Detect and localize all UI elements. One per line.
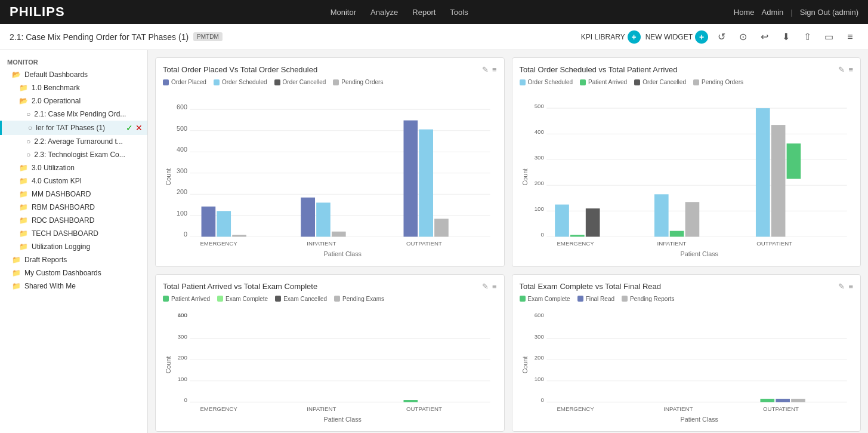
svg-text:200: 200 [534,354,543,361]
legend-dot [622,296,628,302]
legend-item-pending-reports: Pending Reports [622,296,675,302]
nav-analyze[interactable]: Analyze [370,8,398,17]
menu-icon[interactable]: ≡ [842,29,858,45]
legend-label: Final Read [586,296,614,302]
chart-widget-1: Total Order Placed Vs Total Order Schedu… [155,57,505,267]
sidebar-item-rdc-dashboard[interactable]: 📁 RDC DASHBOARD [0,214,147,227]
nav-signout[interactable]: Sign Out (admin) [800,8,858,17]
folder-icon: 📁 [19,242,28,251]
nav-admin[interactable]: Admin [761,8,783,17]
bar [202,207,216,237]
x-label: INPATIENT [307,240,336,247]
legend-dot [275,296,281,302]
bar [791,399,805,402]
sidebar-item-mm-dashboard[interactable]: 📁 MM DASHBOARD [0,188,147,201]
confirm-edit-icon[interactable]: ✓ [126,123,133,133]
legend-dot [520,79,526,85]
back-icon[interactable]: ↩ [756,29,773,45]
legend-item-pending-exams: Pending Exams [334,296,384,302]
kpi-library-add-icon[interactable]: + [628,30,641,44]
chart3-actions: ✎ ≡ [482,282,497,291]
cancel-edit-icon[interactable]: ✕ [135,123,143,133]
bar [685,202,699,237]
sidebar-item-label: Shared With Me [24,282,143,290]
x-label: OUTPATIENT [763,406,799,412]
sidebar-item-utilization-logging[interactable]: 📁 Utilization Logging [0,240,147,253]
dot-icon: ○ [28,124,32,132]
dot-icon: ○ [26,137,30,146]
x-label: OUTPATIENT [756,240,792,247]
sidebar-item-shared-with-me[interactable]: 📁 Shared With Me [0,280,147,293]
kpi-library-button[interactable]: KPI LIBRARY + [581,30,641,44]
chart4-title: Total Exam Complete vs Total Final Read [520,282,661,291]
chart3-edit-icon[interactable]: ✎ [482,282,489,291]
sidebar-item-tech-dashboard[interactable]: 📁 TECH DASHBOARD [0,227,147,240]
legend-item-exam-complete: Exam Complete [217,296,268,302]
svg-text:200: 200 [177,188,187,195]
refresh-icon[interactable]: ↺ [713,29,730,45]
chart4-edit-icon[interactable]: ✎ [838,282,845,291]
chart4-actions: ✎ ≡ [838,282,853,291]
new-widget-add-icon[interactable]: + [695,30,708,44]
folder-icon: 📁 [19,190,28,198]
sidebar-item-default-dashboards[interactable]: 📂 Default Dashboards [0,68,147,81]
chart4-svg: Count 0 100 200 300 600 EMERGENCY INPATI… [520,307,854,423]
sidebar-item-avg-turnaround[interactable]: ○ 2.2: Average Turnaround t... [0,135,147,148]
chart1-header: Total Order Placed Vs Total Order Schedu… [163,65,497,74]
chart4-menu-icon[interactable]: ≡ [848,282,853,291]
settings-icon[interactable]: ⊙ [734,29,751,45]
legend-label: Pending Orders [702,79,743,85]
bar [434,219,449,237]
folder-icon: 📁 [12,282,21,290]
chart2-edit-icon[interactable]: ✎ [838,65,845,74]
chart4-legend: Exam Complete Final Read Pending Reports [520,296,854,302]
chart3-menu-icon[interactable]: ≡ [492,282,497,291]
nav-monitor[interactable]: Monitor [330,8,356,17]
chart2-menu-icon[interactable]: ≡ [848,65,853,74]
sidebar: MONITOR 📂 Default Dashboards 📁 1.0 Bench… [0,50,148,433]
sidebar-item-my-custom-dashboards[interactable]: 📁 My Custom Dashboards [0,266,147,280]
bar [786,143,801,179]
sidebar-item-editing[interactable]: ○ ler for TAT Phases (1) ✓ ✕ [0,121,147,135]
sidebar-item-label: 4.0 Custom KPI [32,177,143,185]
breadcrumb-left: 2.1: Case Mix Pending Order for TAT Phas… [10,32,223,42]
legend-item-final-read: Final Read [577,296,614,302]
sidebar-item-utilization[interactable]: 📁 3.0 Utilization [0,161,147,174]
sidebar-item-case-mix[interactable]: ○ 2.1: Case Mix Pending Ord... [0,108,147,121]
sidebar-item-label: Utilization Logging [32,242,143,251]
legend-item-pending-orders: Pending Orders [693,79,743,85]
chart1-menu-icon[interactable]: ≡ [492,65,497,74]
bar [332,232,346,237]
share-icon[interactable]: ⇧ [799,29,816,45]
chart3-header: Total Patient Arrived vs Total Exam Comp… [163,282,497,291]
sidebar-item-benchmark[interactable]: 📁 1.0 Benchmark [0,81,147,94]
chart1-edit-icon[interactable]: ✎ [482,65,489,74]
nav-home[interactable]: Home [734,8,755,17]
sidebar-item-label: MM DASHBOARD [32,190,143,198]
legend-item-patient-arrived: Patient Arrived [163,296,210,302]
legend-dot [214,79,220,85]
svg-text:500: 500 [534,103,543,109]
bar [669,231,684,237]
new-widget-button[interactable]: NEW WIDGET + [645,30,708,44]
sidebar-item-tech-exam[interactable]: ○ 2.3: Technologist Exam Co... [0,148,147,161]
legend-label: Order Cancelled [642,79,686,85]
nav-report[interactable]: Report [412,8,435,17]
chart3-title: Total Patient Arrived vs Total Exam Comp… [163,282,317,291]
legend-item-exam-complete: Exam Complete [520,296,570,302]
chart-widget-3: Total Patient Arrived vs Total Exam Comp… [155,274,505,432]
svg-text:0: 0 [184,231,187,238]
chart2-title: Total Order Scheduled vs Total Patient A… [520,65,678,74]
legend-label: Exam Cancelled [283,296,327,302]
bar [403,400,418,402]
display-icon[interactable]: ▭ [820,29,837,45]
chart2-actions: ✎ ≡ [838,65,853,74]
x-label: OUTPATIENT [406,406,442,412]
nav-tools[interactable]: Tools [450,8,468,17]
sidebar-item-rbm-dashboard[interactable]: 📁 RBM DASHBOARD [0,201,147,214]
download-icon[interactable]: ⬇ [777,29,794,45]
sidebar-item-draft-reports[interactable]: 📁 Draft Reports [0,253,147,266]
sidebar-item-operational[interactable]: 📂 2.0 Operational [0,94,147,108]
sidebar-item-custom-kpi[interactable]: 📁 4.0 Custom KPI [0,174,147,188]
folder-open-icon: 📂 [19,97,28,105]
